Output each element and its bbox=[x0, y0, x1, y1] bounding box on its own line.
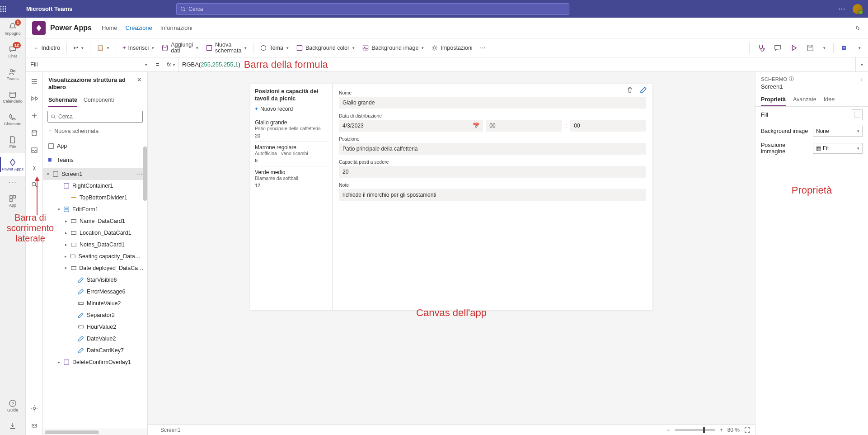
chevron-down-icon[interactable]: ▾ bbox=[45, 172, 51, 176]
tree-node[interactable]: ▸DeleteConfirmOverlay1 bbox=[43, 356, 147, 368]
nome-field[interactable]: Giallo grande bbox=[339, 97, 646, 109]
tab-creazione[interactable]: Creazione bbox=[126, 24, 152, 31]
rail-more[interactable]: ··· bbox=[0, 176, 25, 189]
toggle-icon[interactable]: ▸ bbox=[63, 242, 69, 247]
rail-chat[interactable]: 12 Chat bbox=[0, 40, 25, 63]
rail-calls[interactable]: Chiamate bbox=[0, 108, 25, 131]
tree-node[interactable]: DataCardKey7 bbox=[43, 345, 147, 356]
tree-scrollbar-horizontal[interactable] bbox=[43, 429, 147, 435]
rail-help[interactable]: ? Guida bbox=[0, 394, 25, 417]
tree-node[interactable]: StarVisible6 bbox=[43, 274, 147, 286]
info-icon[interactable]: ⓘ bbox=[789, 76, 794, 82]
tree-node[interactable]: ▾Date deployed_DataCard3 bbox=[43, 262, 147, 274]
tree-node[interactable]: ▾EditForm1 bbox=[43, 203, 147, 215]
chevron-right-icon[interactable]: › bbox=[861, 76, 863, 82]
zoom-in-button[interactable]: + bbox=[720, 427, 723, 433]
save-button[interactable] bbox=[803, 42, 817, 54]
new-screen-button[interactable]: Nuova schermata▾ bbox=[202, 40, 250, 56]
tree-node[interactable]: ErrorMessage6 bbox=[43, 286, 147, 298]
tree-node[interactable]: RightContainer1 bbox=[43, 180, 147, 192]
tree-scrollbar-vertical[interactable] bbox=[143, 147, 147, 429]
zoom-out-button[interactable]: − bbox=[667, 427, 670, 433]
avatar[interactable] bbox=[853, 4, 863, 14]
tree-node[interactable]: ▸Name_DataCard1 bbox=[43, 215, 147, 227]
tab-componenti[interactable]: Componenti bbox=[84, 94, 114, 107]
variables-icon[interactable]: χ bbox=[28, 161, 40, 173]
insert-button[interactable]: +Inserisci▾ bbox=[119, 43, 157, 53]
paste-button[interactable]: 📋▾ bbox=[94, 42, 113, 53]
bg-image-button[interactable]: Background image▾ bbox=[359, 42, 427, 54]
undo-button[interactable]: ↩▾ bbox=[70, 42, 87, 53]
rail-files[interactable]: File bbox=[0, 131, 25, 153]
toggle-icon[interactable]: ▸ bbox=[63, 219, 69, 223]
settings-pane-icon[interactable] bbox=[28, 402, 40, 414]
stethoscope-icon[interactable] bbox=[755, 42, 768, 54]
list-item[interactable]: Giallo grandePatio principale della caff… bbox=[255, 117, 328, 141]
waffle-icon[interactable] bbox=[0, 6, 23, 12]
list-item[interactable]: Marrone regolareAutofficina - vano ricam… bbox=[255, 141, 328, 166]
tree-node[interactable]: HourValue2 bbox=[43, 321, 147, 333]
play-button[interactable] bbox=[787, 42, 801, 54]
bg-color-button[interactable]: Background color▾ bbox=[293, 42, 358, 54]
toggle-icon[interactable]: ▸ bbox=[56, 360, 62, 364]
bg-image-dropdown[interactable]: None▾ bbox=[813, 126, 863, 137]
comment-icon[interactable] bbox=[771, 42, 784, 54]
tab-informazioni[interactable]: Informazioni bbox=[160, 24, 192, 31]
tab-idee[interactable]: Idee bbox=[824, 94, 835, 106]
notes-field[interactable]: richiede il rimorchio per gli spostament… bbox=[339, 189, 646, 201]
toggle-icon[interactable]: ▸ bbox=[63, 231, 69, 235]
date-field[interactable]: 4/3/2023📅 bbox=[339, 120, 483, 132]
search-input[interactable]: Cerca bbox=[176, 3, 569, 15]
tab-schermate[interactable]: Schermate bbox=[48, 94, 77, 107]
rail-apps[interactable]: App bbox=[0, 189, 25, 212]
zoom-slider[interactable] bbox=[675, 429, 715, 431]
tree-node[interactable]: ▸Location_DataCard1 bbox=[43, 227, 147, 239]
delete-icon[interactable] bbox=[626, 86, 633, 94]
property-selector[interactable]: Fill▾ bbox=[26, 57, 152, 71]
fx-icon[interactable]: fx▾ bbox=[163, 57, 178, 71]
tree-node[interactable]: ▸Seating capacity_DataCard1 bbox=[43, 251, 147, 262]
tree-node[interactable]: MinuteValue2 bbox=[43, 298, 147, 309]
fit-screen-button[interactable] bbox=[744, 427, 751, 433]
edit-icon[interactable] bbox=[640, 86, 647, 94]
rail-teams[interactable]: Teams bbox=[0, 63, 25, 85]
ribbon-more[interactable]: ⋯ bbox=[477, 42, 489, 53]
tree-search-input[interactable]: Cerca bbox=[47, 111, 143, 123]
minute-field[interactable]: 00 bbox=[570, 120, 646, 132]
rail-calendar[interactable]: Calendario bbox=[0, 85, 25, 108]
link-icon[interactable] bbox=[854, 24, 862, 32]
add-data-button[interactable]: Aggiungi dati▾ bbox=[158, 40, 202, 56]
rail-download[interactable] bbox=[0, 417, 25, 435]
more-button[interactable]: ⋯ bbox=[838, 5, 846, 13]
tab-home[interactable]: Home bbox=[102, 24, 117, 31]
publish-dropdown[interactable]: ▾ bbox=[855, 43, 863, 52]
list-item[interactable]: Verde medioDiamante da softball12 bbox=[255, 166, 328, 191]
close-icon[interactable]: ✕ bbox=[137, 76, 142, 83]
tree-node[interactable]: ▸Notes_DataCard1 bbox=[43, 239, 147, 251]
toggle-icon[interactable]: ▾ bbox=[56, 207, 62, 212]
fill-color-picker[interactable] bbox=[852, 109, 863, 120]
tree-node-teams[interactable]: Teams bbox=[43, 154, 147, 166]
virtual-agent-icon[interactable] bbox=[28, 420, 40, 431]
back-button[interactable]: ← Indietro bbox=[30, 43, 63, 53]
new-screen-button[interactable]: +Nuova schermata bbox=[43, 126, 147, 138]
tree-node-app[interactable]: App bbox=[43, 140, 147, 152]
rail-activity[interactable]: 1 Impegno bbox=[0, 18, 25, 40]
tab-avanzate[interactable]: Avanzate bbox=[793, 94, 816, 106]
settings-button[interactable]: Impostazioni bbox=[428, 42, 475, 54]
search-pane-icon[interactable] bbox=[28, 179, 40, 190]
tree-node[interactable]: Separator2 bbox=[43, 309, 147, 321]
tree-node[interactable]: DateValue2 bbox=[43, 333, 147, 345]
hour-field[interactable]: 00 bbox=[486, 120, 562, 132]
formula-input[interactable]: RGBA(255, 255, 255, 1) Barra della formu… bbox=[178, 57, 855, 71]
rail-powerapps[interactable]: Power Apps bbox=[0, 153, 25, 176]
data-pane-icon[interactable] bbox=[28, 127, 40, 139]
insert-pane-icon[interactable] bbox=[28, 110, 40, 122]
image-position-dropdown[interactable]: ▦Fit▾ bbox=[813, 143, 863, 154]
toggle-icon[interactable]: ▾ bbox=[63, 266, 69, 270]
capacity-field[interactable]: 20 bbox=[339, 166, 646, 178]
media-pane-icon[interactable] bbox=[28, 144, 40, 156]
theme-button[interactable]: Tema▾ bbox=[257, 42, 292, 54]
formula-expand-button[interactable]: ▾ bbox=[855, 57, 868, 71]
toggle-icon[interactable]: ▸ bbox=[63, 254, 69, 259]
